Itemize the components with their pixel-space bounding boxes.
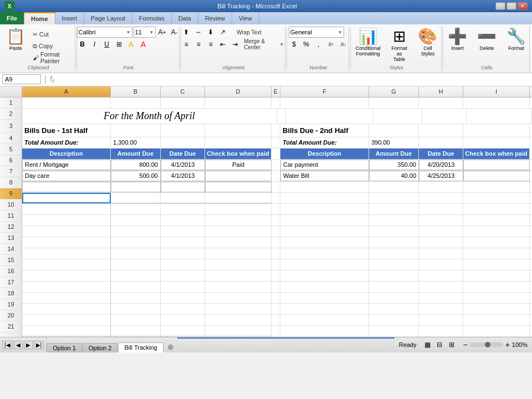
tab-data[interactable]: Data — [172, 12, 198, 24]
cell-d8[interactable] — [205, 182, 272, 192]
cell-c1[interactable] — [161, 98, 205, 108]
row-header-7[interactable]: 7 — [0, 166, 22, 177]
row-header-20[interactable]: 20 — [0, 310, 22, 321]
cell-g9[interactable] — [369, 193, 419, 203]
font-name-select[interactable]: Calibri ▼ — [77, 27, 132, 38]
row-header-13[interactable]: 13 — [0, 233, 22, 244]
col-header-b[interactable]: B — [111, 86, 161, 97]
cell-g2[interactable] — [374, 109, 423, 124]
cell-i6[interactable] — [463, 160, 530, 170]
tab-nav-first[interactable]: |◀ — [2, 341, 13, 349]
tab-nav-last[interactable]: ▶| — [34, 341, 44, 349]
cell-f3[interactable]: Bills Due - 2nd Half — [280, 124, 369, 137]
cell-h3[interactable] — [419, 124, 463, 137]
tab-review[interactable]: Review — [198, 12, 232, 24]
align-bottom-button[interactable]: ⬇ — [205, 27, 216, 38]
cell-c4[interactable] — [161, 137, 205, 148]
cell-f6[interactable]: Car payment — [280, 160, 369, 170]
underline-button[interactable]: U — [101, 39, 112, 50]
increase-decimal-button[interactable]: .0↑ — [325, 39, 336, 50]
zoom-slider[interactable] — [470, 342, 503, 347]
cell-d4[interactable] — [205, 137, 272, 148]
cell-g7[interactable]: 40.00 — [369, 171, 419, 181]
row-header-3[interactable]: 3 — [0, 120, 22, 133]
cell-d5-header[interactable]: Check box when paid — [205, 149, 272, 159]
cell-g4[interactable]: 390.00 — [369, 137, 419, 148]
sheet-tab-option1[interactable]: Option 1 — [47, 343, 82, 352]
cell-d6[interactable]: Paid — [205, 160, 272, 170]
cell-styles-button[interactable]: 🎨 Cell Styles — [415, 27, 441, 58]
row-header-5[interactable]: 5 — [0, 144, 22, 155]
cell-f9[interactable] — [280, 193, 369, 203]
cell-a3[interactable]: Bills Due - 1st Half — [22, 124, 111, 137]
cell-i7[interactable] — [463, 171, 530, 181]
cell-h2[interactable] — [422, 109, 466, 124]
cell-f1[interactable] — [280, 98, 369, 108]
number-format-select[interactable]: General ▼ — [289, 27, 344, 38]
format-as-table-button[interactable]: ⊞ Format as Table — [386, 27, 412, 64]
cell-b9[interactable] — [111, 193, 161, 203]
cell-i3[interactable] — [463, 124, 530, 137]
cell-g6[interactable]: 350.00 — [369, 160, 419, 170]
fill-color-button[interactable]: A — [126, 39, 137, 50]
copy-button[interactable]: ⧉ Copy — [30, 40, 64, 52]
italic-button[interactable]: I — [89, 39, 100, 50]
page-layout-view-button[interactable]: ⊟ — [434, 339, 445, 350]
decrease-decimal-button[interactable]: .0↓ — [337, 39, 349, 50]
cell-e2[interactable] — [277, 109, 286, 124]
row-header-9[interactable]: 9 — [0, 188, 22, 200]
row-header-6[interactable]: 6 — [0, 155, 22, 166]
cell-a10[interactable] — [22, 204, 111, 214]
font-size-select[interactable]: 11 ▼ — [134, 27, 156, 38]
cell-d1[interactable] — [205, 98, 272, 108]
tab-formulas[interactable]: Formulas — [132, 12, 172, 24]
col-header-e[interactable]: E — [272, 86, 280, 97]
cell-e8[interactable] — [272, 182, 280, 192]
row-header-16[interactable]: 16 — [0, 266, 22, 277]
cell-c6[interactable]: 4/1/2013 — [161, 160, 205, 170]
cell-b5-header[interactable]: Amount Due — [111, 149, 161, 159]
col-header-g[interactable]: G — [369, 86, 419, 97]
insert-button[interactable]: ➕ Insert — [444, 27, 471, 53]
cell-e6[interactable] — [272, 160, 280, 170]
cell-c7[interactable]: 4/1/2013 — [161, 171, 205, 181]
row-header-17[interactable]: 17 — [0, 277, 22, 288]
col-header-a[interactable]: A — [22, 86, 111, 97]
cell-g8[interactable] — [369, 182, 419, 192]
cell-a2-title[interactable]: For the Month of April — [22, 109, 277, 124]
cell-h9[interactable] — [419, 193, 463, 203]
cell-i8[interactable] — [463, 182, 530, 192]
tab-insert[interactable]: Insert — [55, 12, 85, 24]
cell-b1[interactable] — [111, 98, 161, 108]
page-break-view-button[interactable]: ⊞ — [446, 339, 457, 350]
orientation-button[interactable]: ↗ — [217, 27, 228, 38]
font-color-button[interactable]: A — [138, 39, 149, 50]
cell-e7[interactable] — [272, 171, 280, 181]
sheet-tab-option2[interactable]: Option 2 — [83, 343, 118, 352]
row-header-12[interactable]: 12 — [0, 222, 22, 233]
cell-f4[interactable]: Total Amount Due: — [280, 137, 369, 148]
cell-e1[interactable] — [272, 98, 280, 108]
cell-h6[interactable]: 4/20/2013 — [419, 160, 463, 170]
cell-e5[interactable] — [272, 149, 280, 159]
cut-button[interactable]: ✂ Cut — [30, 29, 64, 40]
percent-button[interactable]: % — [301, 39, 312, 50]
minimize-button[interactable]: ─ — [495, 2, 505, 10]
formula-input[interactable] — [57, 76, 530, 83]
cell-a8[interactable] — [22, 182, 111, 192]
delete-button[interactable]: ➖ Delete — [473, 27, 500, 53]
cell-f2[interactable] — [286, 109, 374, 124]
bold-button[interactable]: B — [77, 39, 88, 50]
row-header-4[interactable]: 4 — [0, 133, 22, 144]
cell-f5-header[interactable]: Description — [280, 149, 369, 159]
row-header-19[interactable]: 19 — [0, 299, 22, 310]
cell-d9[interactable] — [205, 193, 272, 203]
row-header-15[interactable]: 15 — [0, 255, 22, 266]
normal-view-button[interactable]: ▦ — [422, 339, 433, 350]
col-header-c[interactable]: C — [161, 86, 205, 97]
row-header-18[interactable]: 18 — [0, 288, 22, 299]
cell-e4[interactable] — [272, 137, 280, 148]
col-header-i[interactable]: I — [463, 86, 530, 97]
zoom-in-button[interactable]: + — [505, 340, 510, 349]
cell-a7[interactable]: Day care — [22, 171, 111, 181]
